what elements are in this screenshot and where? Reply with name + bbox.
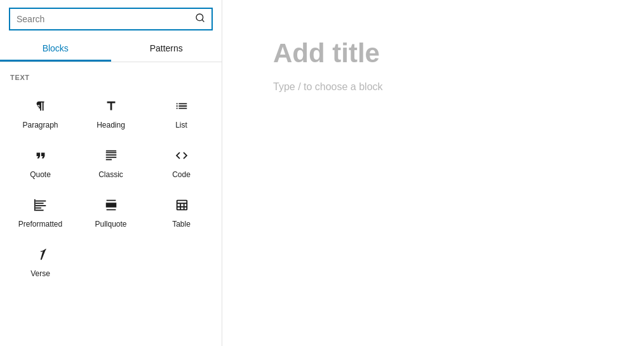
block-item-list[interactable]: List [146,88,217,137]
panel-content: TEXT Paragraph Heading L [0,62,222,346]
pullquote-icon [104,198,118,215]
svg-rect-10 [35,208,41,209]
editor-body-placeholder[interactable]: Type / to choose a block [273,81,593,93]
svg-rect-9 [35,205,46,206]
preformatted-icon [34,198,48,215]
svg-rect-11 [35,210,43,211]
right-panel: Add title Type / to choose a block [222,0,644,346]
block-label-heading: Heading [97,121,125,130]
block-item-heading[interactable]: Heading [76,88,146,137]
svg-rect-3 [105,154,116,156]
classic-icon [104,149,118,165]
svg-rect-8 [35,203,43,204]
block-item-classic[interactable]: Classic [76,137,146,187]
quote-icon [34,149,48,165]
block-label-preformatted: Preformatted [18,220,62,229]
svg-rect-12 [34,199,35,211]
svg-rect-5 [105,159,111,161]
section-label-text: TEXT [0,70,222,88]
search-input[interactable] [17,14,195,24]
block-label-list: List [175,121,187,130]
svg-rect-7 [35,201,46,202]
paragraph-icon [34,99,48,116]
search-icon[interactable] [195,13,205,25]
block-item-pullquote[interactable]: Pullquote [76,187,146,236]
block-grid: Paragraph Heading List [0,88,222,286]
verse-icon [34,248,48,264]
block-item-verse[interactable]: Verse [5,236,76,286]
block-item-preformatted[interactable]: Preformatted [5,187,76,236]
search-bar [9,8,213,30]
block-label-quote: Quote [30,170,51,179]
block-item-paragraph[interactable]: Paragraph [5,88,76,137]
editor-title[interactable]: Add title [273,38,593,69]
svg-line-1 [202,20,204,22]
block-item-code[interactable]: Code [146,137,217,187]
block-label-classic: Classic [98,170,123,179]
code-icon [175,149,189,165]
table-icon [175,198,189,215]
list-icon [175,99,189,116]
svg-rect-2 [105,152,116,154]
tab-blocks[interactable]: Blocks [0,37,111,62]
svg-rect-6 [105,150,116,152]
heading-icon [104,99,118,116]
left-panel: Blocks Patterns TEXT Paragraph Heading [0,0,222,346]
tab-patterns[interactable]: Patterns [111,37,222,62]
block-label-pullquote: Pullquote [95,220,126,229]
svg-rect-4 [105,157,116,158]
tabs: Blocks Patterns [0,37,222,62]
block-item-quote[interactable]: Quote [5,137,76,187]
block-label-table: Table [172,220,191,229]
block-item-table[interactable]: Table [146,187,217,236]
block-label-code: Code [172,170,191,179]
block-label-paragraph: Paragraph [22,121,58,130]
block-label-verse: Verse [30,269,50,278]
